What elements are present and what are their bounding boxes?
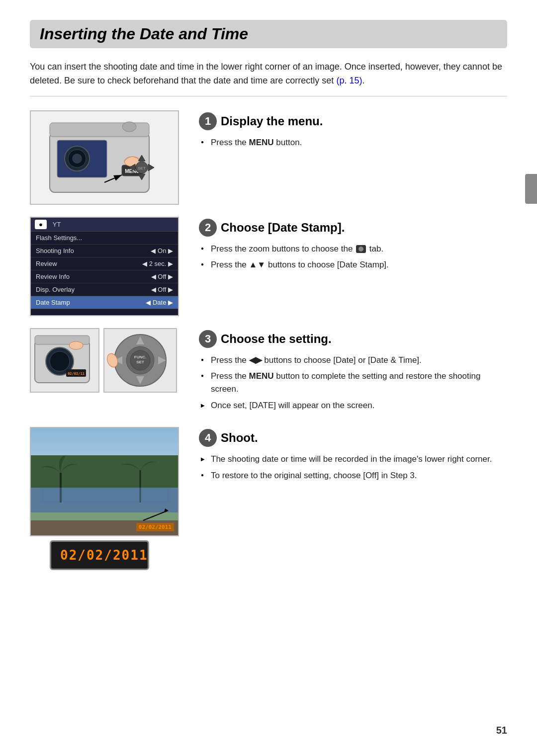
menu-row-disp: Disp. Overlay ◀ Off ▶ — [31, 283, 178, 296]
step-4-title-text: Shoot. — [221, 431, 258, 445]
step-4-badge: 4 — [199, 429, 217, 447]
menu-row-datestamp: Date Stamp ◀ Date ▶ — [31, 296, 178, 309]
intro-text-main: You can insert the shooting date and tim… — [30, 62, 502, 85]
menu-row-shooting-value: ◀ On ▶ — [151, 247, 173, 254]
camera-icon — [356, 245, 366, 253]
step-3-b2-pre: Press the — [211, 371, 249, 381]
page-number: 51 — [496, 725, 507, 736]
landscape-details-svg — [41, 448, 170, 507]
step-3-left-svg: 02/02/11 — [32, 331, 97, 390]
step-1-image-col: MENU S — [30, 110, 189, 205]
step-3-b1: Press the ◀▶ buttons to choose [Date] or… — [211, 355, 422, 365]
step-4-b2: To restore to the original setting, choo… — [211, 471, 417, 480]
menu-row-disp-label: Disp. Overlay — [36, 286, 75, 293]
step-3-title: 3 Choose the setting. — [199, 330, 507, 348]
menu-row-shooting-label: Shooting Info — [36, 247, 74, 254]
step-3-b3: Once set, [DATE] will appear on the scre… — [211, 401, 374, 410]
step-1-bullet-1-post: button. — [274, 138, 302, 147]
menu-row-reviewinfo-value: ◀ Off ▶ — [151, 273, 173, 280]
svg-point-23 — [69, 341, 83, 349]
step-4-bullet-1: The shooting date or time will be record… — [199, 453, 507, 466]
step-1-title: 1 Display the menu. — [199, 112, 507, 130]
page-title-bar: Inserting the Date and Time — [30, 20, 507, 48]
step-2-b1-post: tab. — [369, 244, 383, 253]
step-3-row: 02/02/11 FUNC. SET — [30, 328, 507, 415]
step-2-image-col: ● YT Flash Settings... Shooting Info ◀ O… — [30, 217, 189, 316]
step-1-badge: 1 — [199, 112, 217, 130]
date-stamp-value: 02/02/2011 — [60, 548, 148, 563]
intro-link[interactable]: (p. 15) — [336, 76, 362, 85]
step-3-bullet-2: Press the MENU button to complete the se… — [199, 370, 507, 396]
step-2-badge: 2 — [199, 219, 217, 237]
step-1-image: MENU S — [30, 110, 179, 205]
menu-bold-1: MENU — [249, 138, 274, 147]
step-1-bullet-1-pre: Press the — [211, 138, 249, 147]
step-2-b2: Press the ▲▼ buttons to choose [Date Sta… — [211, 260, 389, 269]
step-1-bullet-1: Press the MENU button. — [199, 136, 507, 149]
menu-row-reviewinfo: Review Info ◀ Off ▶ — [31, 270, 178, 283]
step-4-text-col: 4 Shoot. The shooting date or time will … — [199, 427, 507, 485]
step-4-landscape-image: 02/02/2011 — [30, 427, 179, 536]
step-1-title-text: Display the menu. — [221, 114, 323, 128]
menu-row-shooting: Shooting Info ◀ On ▶ — [31, 245, 178, 257]
menu-tab-camera: ● — [35, 220, 47, 229]
step-3-left-image: 02/02/11 — [30, 328, 99, 393]
svg-text:02/02/11: 02/02/11 — [68, 372, 85, 376]
svg-rect-36 — [41, 488, 170, 503]
step-3-bullet-3: Once set, [DATE] will appear on the scre… — [199, 399, 507, 412]
menu-row-flash: Flash Settings... — [31, 232, 178, 245]
step-4-row: 02/02/2011 02/02/2011 4 Shoot. The shoot… — [30, 427, 507, 570]
menu-row-review-label: Review — [36, 260, 57, 267]
step-4-bullets: The shooting date or time will be record… — [199, 453, 507, 482]
svg-point-3 — [122, 122, 136, 132]
menu-row-reviewinfo-label: Review Info — [36, 273, 70, 280]
step-2-text-col: 2 Choose [Date Stamp]. Press the zoom bu… — [199, 217, 507, 275]
menu-row-disp-value: ◀ Off ▶ — [151, 286, 173, 293]
date-arrow-svg — [128, 505, 178, 535]
step-3-bullet-1: Press the ◀▶ buttons to choose [Date] or… — [199, 354, 507, 367]
tab-right-edge — [525, 174, 537, 204]
menu-tab-yt: YT — [53, 221, 61, 228]
menu-row-review: Review ◀ 2 sec. ▶ — [31, 257, 178, 270]
step-1-text-col: 1 Display the menu. Press the MENU butto… — [199, 110, 507, 152]
step-1-bullets: Press the MENU button. — [199, 136, 507, 149]
step-2-bullet-2: Press the ▲▼ buttons to choose [Date Sta… — [199, 258, 507, 271]
camera-menu-svg: MENU S — [45, 118, 164, 197]
step-3-images: 02/02/11 FUNC. SET — [30, 328, 179, 393]
step-3-text-col: 3 Choose the setting. Press the ◀▶ butto… — [199, 328, 507, 415]
control-wheel-svg: FUNC. SET — [105, 331, 175, 390]
step-2-bullet-1: Press the zoom buttons to choose the tab… — [199, 243, 507, 255]
svg-text:SET: SET — [138, 166, 146, 170]
step-2-title: 2 Choose [Date Stamp]. — [199, 219, 507, 237]
step-4-b1: The shooting date or time will be record… — [211, 454, 492, 464]
step-4-title: 4 Shoot. — [199, 429, 507, 447]
step-2-bullets: Press the zoom buttons to choose the tab… — [199, 243, 507, 272]
svg-text:FUNC.: FUNC. — [134, 355, 146, 359]
step-2-title-text: Choose [Date Stamp]. — [221, 221, 345, 235]
svg-marker-37 — [164, 508, 168, 512]
menu-bold-2: MENU — [249, 371, 274, 381]
step-3-image-col: 02/02/11 FUNC. SET — [30, 328, 189, 393]
menu-row-datestamp-value: ◀ Date ▶ — [146, 299, 173, 306]
step-2-row: ● YT Flash Settings... Shooting Info ◀ O… — [30, 217, 507, 316]
step-3-right-image: FUNC. SET — [103, 328, 177, 393]
date-stamp-callout: 02/02/2011 — [50, 540, 149, 570]
step-3-badge: 3 — [199, 330, 217, 348]
menu-row-review-value: ◀ 2 sec. ▶ — [142, 260, 173, 267]
step-1-row: MENU S — [30, 110, 507, 205]
svg-point-10 — [72, 154, 82, 164]
content-area: MENU S — [30, 110, 507, 582]
page-title: Inserting the Date and Time — [40, 25, 497, 43]
intro-paragraph: You can insert the shooting date and tim… — [30, 60, 507, 96]
step-2-b1-pre: Press the zoom buttons to choose the — [211, 244, 355, 253]
step-4-image-col: 02/02/2011 02/02/2011 — [30, 427, 189, 570]
step-3-title-text: Choose the setting. — [221, 332, 332, 346]
step-3-bullets: Press the ◀▶ buttons to choose [Date] or… — [199, 354, 507, 412]
menu-row-flash-label: Flash Settings... — [36, 234, 82, 242]
svg-text:SET: SET — [136, 360, 144, 364]
menu-row-datestamp-label: Date Stamp — [36, 299, 70, 306]
svg-marker-16 — [148, 164, 154, 171]
svg-point-20 — [50, 351, 70, 371]
step-2-menu-screen: ● YT Flash Settings... Shooting Info ◀ O… — [30, 217, 179, 316]
menu-screen-header: ● YT — [31, 218, 178, 232]
